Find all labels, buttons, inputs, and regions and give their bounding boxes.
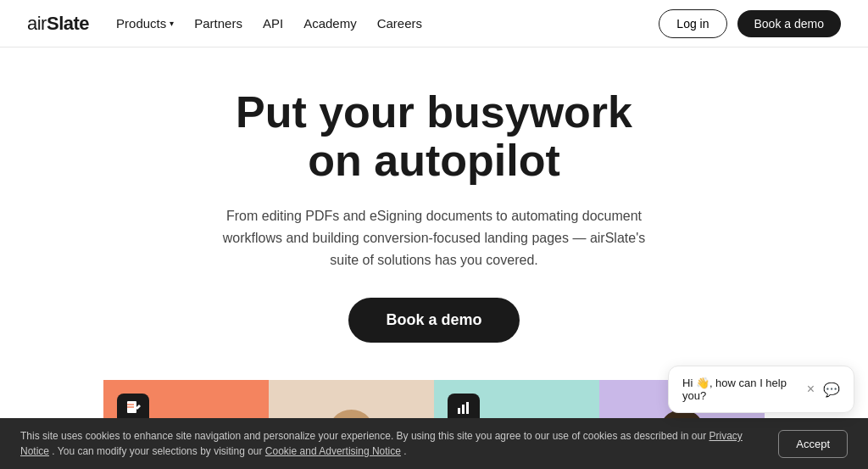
hero-section: Put your busywork on autopilot From edit… — [0, 47, 868, 363]
logo-text: airSlate — [27, 13, 89, 34]
hero-title: Put your busywork on autopilot — [236, 88, 632, 185]
book-demo-button-nav[interactable]: Book a demo — [737, 10, 842, 37]
chart-icon — [455, 399, 472, 420]
logo[interactable]: airSlate — [27, 13, 89, 35]
nav-products[interactable]: Products ▾ — [116, 16, 174, 31]
chat-bubble-icon: 💬 — [823, 382, 840, 398]
nav-links: Products ▾ Partners API Academy Careers — [116, 16, 422, 31]
hero-subtitle: From editing PDFs and eSigning documents… — [214, 205, 654, 271]
close-chat-button[interactable]: × — [807, 382, 815, 396]
cookie-text: This site uses cookies to enhance site n… — [20, 428, 765, 459]
nav-academy[interactable]: Academy — [303, 16, 357, 31]
book-demo-button-hero[interactable]: Book a demo — [348, 298, 519, 343]
svg-rect-4 — [462, 405, 465, 414]
chat-greeting: Hi 👋, how can I help you? — [682, 377, 798, 402]
cookie-notice-link[interactable]: Cookie and Advertising Notice — [265, 445, 401, 457]
nav-partners[interactable]: Partners — [194, 16, 242, 31]
document-edit-icon — [125, 399, 142, 420]
navbar-right: Log in Book a demo — [659, 9, 841, 38]
cookie-banner: This site uses cookies to enhance site n… — [0, 418, 868, 469]
accept-cookies-button[interactable]: Accept — [778, 430, 848, 458]
svg-rect-3 — [458, 408, 460, 414]
nav-api[interactable]: API — [263, 16, 283, 31]
svg-rect-5 — [466, 402, 469, 414]
navbar-left: airSlate Products ▾ Partners API Academy… — [27, 13, 422, 35]
navbar: airSlate Products ▾ Partners API Academy… — [0, 0, 868, 47]
nav-careers[interactable]: Careers — [377, 16, 422, 31]
login-button[interactable]: Log in — [659, 9, 726, 38]
chevron-down-icon: ▾ — [170, 19, 174, 28]
chat-widget: Hi 👋, how can I help you? × 💬 — [668, 366, 854, 413]
